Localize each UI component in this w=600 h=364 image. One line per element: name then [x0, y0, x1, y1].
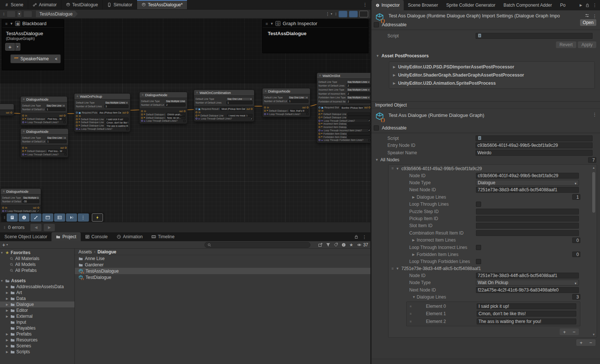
expand-chevron-icon[interactable]: < — [55, 57, 57, 61]
property-field[interactable]: c93b5606-401f-49a2-99b5-9ecbf1fa9c29 — [476, 173, 579, 179]
node-collapse-icon[interactable]: ≡ — [319, 74, 321, 77]
property-field[interactable] — [476, 223, 579, 229]
line-field[interactable]: Cmon, don't be like this! — [106, 121, 129, 124]
property-field[interactable] — [476, 216, 579, 222]
node-title-bar[interactable]: ≡DialogueNode — [21, 129, 68, 135]
object-field[interactable]: Ass (Pickup Item Data) — [98, 111, 121, 114]
line-field[interactable]: Now, go on,.. — [166, 116, 186, 119]
speaker-name-field[interactable]: Weirdo — [476, 150, 593, 156]
tree-favorites[interactable]: ▼★Favorites — [0, 250, 74, 256]
foldout-arrow-icon[interactable]: ▶ — [412, 253, 415, 256]
postprocessor-row[interactable]: ▶UnityEditor.U2D.PSD.PSDImporterAssetPos… — [389, 63, 594, 71]
lock-icon[interactable] — [354, 235, 359, 239]
property-dropdown[interactable]: Wait On Pickup▼ — [476, 280, 579, 286]
object-field[interactable]: Bonfire (Pickup Item — [340, 106, 363, 109]
favorites-filter-icon[interactable]: ★ — [349, 242, 353, 247]
tree-item-all-prefabs[interactable]: All Prefabs — [0, 267, 74, 273]
node-checkbox[interactable] — [64, 153, 67, 156]
graph-node-waitoncombination[interactable]: ≡WaitOnCombinationDefault Line TypeSay O… — [194, 90, 254, 122]
open-button[interactable]: Open — [580, 19, 596, 26]
node-collapse-icon[interactable]: ≡ — [3, 190, 5, 193]
tree-item-editor[interactable]: ▶Editor — [0, 307, 74, 313]
kebab-menu-icon[interactable]: ⋮ — [592, 13, 597, 19]
all-nodes-foldout[interactable]: ▼ All Nodes 7 — [371, 156, 600, 164]
graph-inspector-collapse-toggle[interactable]: ▼ — [270, 22, 273, 26]
bool-port[interactable] — [76, 128, 78, 130]
node-checkbox[interactable]: ✓ — [250, 118, 253, 120]
nodes-list-scrollbar[interactable]: ▲▼ — [591, 165, 596, 337]
line-field[interactable] — [347, 122, 370, 125]
line-field[interactable]: Ohhhh yeah,.. — [166, 113, 186, 116]
bottom-tab-timeline[interactable]: Timeline — [147, 232, 179, 241]
line-port[interactable] — [141, 114, 143, 115]
node-collapse-icon[interactable]: ≡ — [265, 90, 267, 93]
bottom-tab-console[interactable]: Console — [81, 232, 112, 241]
property-dropdown[interactable]: Say Multiple Lines▾ — [347, 80, 370, 84]
graph-node-waitonslot[interactable]: ≡WaitOnSlotDefault Line TypeSay Multiple… — [317, 73, 370, 143]
toggle-blackboard-button[interactable] — [339, 11, 347, 17]
document-tab-testassdialogue[interactable]: TestAssDialogue* — [137, 0, 187, 9]
line-field[interactable] — [347, 112, 370, 115]
add-element-button[interactable]: + — [560, 328, 569, 335]
graph-node-dialoguenode[interactable]: ≡DialogueNodeDefault Line TypeSay One Li… — [20, 96, 67, 125]
postprocessor-row[interactable]: ▶UnityEditor.ShaderGraph.ShaderGraphAsse… — [389, 71, 594, 79]
breadcrumb[interactable]: TestAssDialogue — [36, 11, 78, 17]
bool-port[interactable] — [196, 118, 197, 119]
foldout-arrow-icon[interactable]: ▶ — [412, 238, 415, 242]
property-field[interactable]: 2 — [347, 100, 370, 103]
property-field[interactable] — [476, 209, 579, 215]
tree-item-external[interactable]: ▶External — [0, 313, 74, 319]
line-port[interactable] — [76, 121, 78, 123]
node-title-bar[interactable]: ≡DialogueNode — [1, 189, 41, 195]
line-port[interactable] — [319, 117, 320, 118]
line-port[interactable] — [319, 136, 320, 138]
script-field[interactable]: #DialogueGraphImporter⊙ — [476, 33, 593, 39]
object-port[interactable] — [196, 108, 197, 110]
input-port[interactable] — [22, 147, 24, 149]
bool-port[interactable] — [319, 120, 320, 122]
property-dropdown[interactable]: Say Multiple Lines▾ — [22, 196, 39, 199]
asset-row-anne-lise[interactable]: Anne Lise — [75, 255, 370, 262]
output-port[interactable] — [184, 110, 186, 112]
blackboard-drag-handle[interactable]: ≡ — [5, 21, 7, 26]
graph-node-dialoguenode[interactable]: ≡DialogueNodeDefault Line TypeSay Multip… — [0, 188, 41, 214]
debug-mode-button[interactable] — [359, 11, 368, 17]
previous-error-button[interactable]: ◀ — [30, 224, 41, 231]
show-in-project-button[interactable] — [23, 11, 32, 17]
input-port[interactable] — [2, 207, 4, 209]
asset-row-testdialogue[interactable]: {}TestDialogue — [75, 274, 370, 280]
addressable-checkbox[interactable] — [374, 22, 379, 27]
output-port[interactable] — [10, 112, 12, 114]
node-checkbox[interactable] — [126, 128, 129, 130]
graph-node-startnode[interactable]: ≡StartNodeSpeakerNameout — [0, 104, 14, 116]
property-dropdown[interactable]: Say Multiple Lines▾ — [347, 96, 370, 99]
inspector-tab-inspector[interactable]: iInspector — [371, 0, 404, 10]
property-checkbox[interactable] — [476, 245, 481, 250]
footer-tools-button[interactable] — [30, 213, 41, 222]
asset-row-gardener[interactable]: Gardener — [75, 262, 370, 268]
footer-kebab-button[interactable]: ⋮ — [78, 213, 89, 222]
scroll-down-icon[interactable]: ▼ — [592, 333, 595, 336]
revert-button[interactable]: Revert — [556, 41, 576, 48]
entry-node-field[interactable]: c93b5606-401f-49a2-99b5-9ecbf1fa9c29 — [476, 142, 593, 148]
property-field[interactable]: -55 — [22, 200, 39, 203]
drag-handle-icon[interactable]: ≡ — [410, 320, 411, 323]
presets-icon[interactable] — [585, 13, 589, 19]
property-dropdown[interactable]: Dialogue▼ — [476, 180, 579, 186]
save-options-dropdown[interactable]: ▾ — [17, 11, 22, 17]
document-tab-scene[interactable]: #Scene — [0, 0, 28, 9]
input-port[interactable] — [76, 115, 78, 117]
node-title-bar[interactable]: ≡StartNode — [0, 104, 14, 110]
footer-info-button[interactable]: i — [19, 213, 30, 222]
panel-menu-icon[interactable]: ⋮ — [593, 3, 597, 8]
line-field[interactable]: Psst boy... W — [47, 149, 67, 152]
bool-port[interactable] — [22, 154, 24, 155]
foldout-arrow-icon[interactable]: ▼ — [396, 167, 399, 171]
filter-by-type-icon[interactable] — [326, 243, 330, 247]
tree-item-prefabs[interactable]: ▶Prefabs — [0, 331, 74, 337]
graph-node-waitonpickup[interactable]: ≡WaitOnPickupDefault Line TypeSay Multip… — [74, 93, 130, 132]
foldout-arrow-icon[interactable]: ▼ — [396, 267, 399, 270]
all-nodes-count[interactable]: 7 — [588, 157, 596, 163]
foldout-arrow-icon[interactable]: ▶ — [412, 195, 415, 199]
line-port[interactable] — [76, 118, 78, 120]
